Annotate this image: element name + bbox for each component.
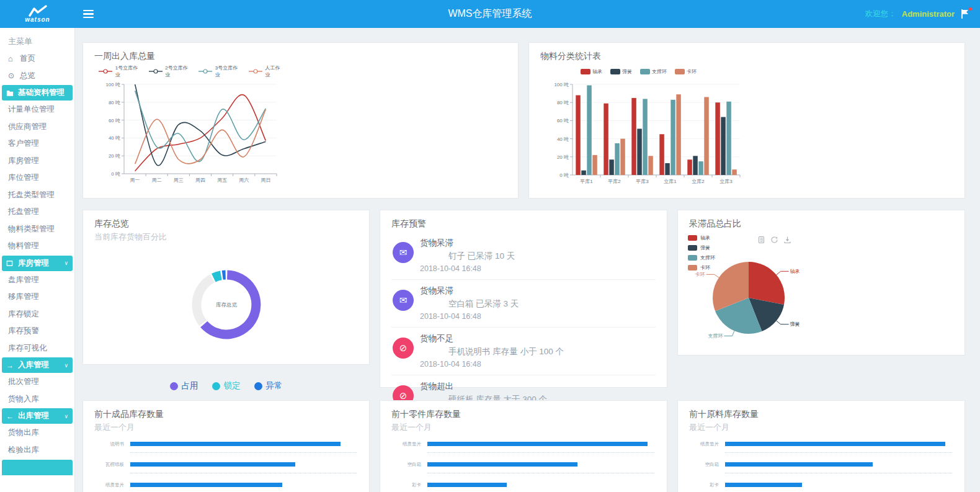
sidebar-item-供应商管理[interactable]: 供应商管理 bbox=[0, 119, 74, 136]
hbar-gridline bbox=[130, 473, 357, 473]
hbar-gridline bbox=[427, 452, 654, 453]
sidebar-item-基础资料管理[interactable]: 基础资料管理 bbox=[2, 85, 73, 101]
sidebar-item-盘库管理[interactable]: 盘库管理 bbox=[0, 272, 74, 289]
sidebar-item-partial[interactable] bbox=[2, 460, 73, 475]
hbar-value bbox=[725, 462, 873, 467]
arrow-right-icon: → bbox=[6, 361, 16, 370]
panel-title: 库存总览 bbox=[83, 210, 369, 230]
legend-item-锁定[interactable]: 锁定 bbox=[212, 380, 241, 391]
legend-marker bbox=[610, 69, 620, 74]
hbar-label: 瓦楞纸板 bbox=[92, 462, 124, 468]
alert-item[interactable]: ✉货物呆滞钉子 已呆滞 10 天2018-10-04 16:48 bbox=[391, 232, 656, 280]
svg-text:立库3: 立库3 bbox=[719, 179, 733, 184]
svg-text:80 吨: 80 吨 bbox=[557, 100, 569, 105]
hbar-row-彩卡: 彩卡 bbox=[389, 481, 654, 492]
sidebar-item-货物出库[interactable]: 货物出库 bbox=[0, 424, 74, 442]
sidebar-item-label: 物料管理 bbox=[8, 241, 39, 251]
sidebar-item-label: 客户管理 bbox=[8, 138, 39, 149]
hbar-row-纸质垫片: 纸质垫片 bbox=[687, 441, 952, 461]
sidebar-item-总览[interactable]: ⊙总览 bbox=[0, 68, 74, 85]
svg-text:0 吨: 0 吨 bbox=[559, 172, 569, 178]
sidebar-item-检验出库[interactable]: 检验出库 bbox=[0, 442, 74, 459]
sidebar-item-label: 库存可视化 bbox=[8, 343, 47, 354]
data-view-icon[interactable] bbox=[757, 236, 765, 244]
panel-title: 前十零件库存数量 bbox=[380, 401, 667, 420]
legend-item-异常[interactable]: 异常 bbox=[254, 380, 283, 391]
chevron-down-icon: ∨ bbox=[64, 362, 68, 369]
hbar-gridline bbox=[725, 473, 952, 473]
app-title: WMS仓库管理系统 bbox=[0, 7, 980, 20]
sidebar-item-库房管理[interactable]: 库房管理 bbox=[0, 153, 74, 170]
sidebar-item-移库管理[interactable]: 移库管理 bbox=[0, 288, 74, 306]
material-chart-legend: 轴承弹簧支撑环卡环 bbox=[541, 66, 734, 77]
hbar-label: 空白箱 bbox=[687, 462, 719, 468]
panel-subtitle: 当前库存货物百分比 bbox=[83, 230, 369, 243]
sidebar-item-托盘管理[interactable]: 托盘管理 bbox=[0, 204, 74, 221]
legend-item-弹簧[interactable]: 弹簧 bbox=[608, 68, 632, 75]
legend-label: 锁定 bbox=[224, 380, 241, 391]
hbar-track bbox=[130, 442, 357, 446]
legend-item-1号立库作业[interactable]: 1号立库作业 bbox=[99, 65, 143, 78]
current-user[interactable]: Administrator bbox=[902, 9, 955, 19]
hbar-value bbox=[130, 462, 295, 467]
legend-item-轴承[interactable]: 轴承 bbox=[579, 68, 602, 75]
sidebar-item-label: 基础资料管理 bbox=[18, 87, 65, 98]
panel-title: 呆滞品总占比 bbox=[678, 210, 964, 230]
svg-text:0 吨: 0 吨 bbox=[111, 171, 120, 177]
panel-title: 一周出入库总量 bbox=[83, 43, 518, 62]
sidebar-item-批次管理[interactable]: 批次管理 bbox=[0, 373, 74, 391]
sidebar-item-物料类型管理[interactable]: 物料类型管理 bbox=[0, 221, 74, 238]
chevron-down-icon: ∨ bbox=[64, 413, 68, 419]
notification-flag-icon[interactable] bbox=[960, 9, 971, 20]
hbar-track bbox=[427, 442, 654, 446]
legend-item-卡环[interactable]: 卡环 bbox=[673, 68, 697, 75]
alert-item[interactable]: ✉货物呆滞空白箱 已呆滞 3 天2018-10-04 16:48 bbox=[391, 280, 656, 328]
hbar-label: 纸质垫片 bbox=[92, 482, 124, 488]
hbar-label: 纸质垫片 bbox=[389, 441, 421, 447]
alert-item[interactable]: ⊘货物不足手机说明书 库存量 小于 100 个2018-10-04 16:48 bbox=[391, 328, 656, 375]
legend-label: 卡环 bbox=[687, 68, 697, 75]
panel-subtitle: 最近一个月 bbox=[83, 420, 369, 433]
sidebar-item-库房管理[interactable]: 库房管理∨ bbox=[2, 256, 73, 271]
sidebar-item-出库管理[interactable]: ←出库管理∨ bbox=[2, 408, 73, 424]
legend-item-2号立库作业[interactable]: 2号立库作业 bbox=[149, 65, 193, 78]
legend-item-轴承[interactable]: 轴承 bbox=[688, 235, 715, 241]
legend-item-占用[interactable]: 占用 bbox=[170, 380, 198, 391]
legend-label: 轴承 bbox=[592, 68, 602, 75]
sidebar-item-物料管理[interactable]: 物料管理 bbox=[0, 238, 74, 255]
sidebar-item-计量单位管理[interactable]: 计量单位管理 bbox=[0, 101, 74, 119]
panel-subtitle: 最近一个月 bbox=[678, 420, 964, 433]
panel-title: 前十原料库存数量 bbox=[678, 401, 964, 420]
sidebar-item-库位管理[interactable]: 库位管理 bbox=[0, 169, 74, 187]
sidebar-item-label: 入库管理 bbox=[18, 360, 49, 370]
svg-text:周四: 周四 bbox=[195, 177, 205, 183]
sidebar-item-入库管理[interactable]: →入库管理∨ bbox=[2, 357, 73, 373]
overview-icon: ⊙ bbox=[8, 71, 18, 80]
svg-text:平库2: 平库2 bbox=[608, 179, 621, 184]
sidebar-item-label: 货物出库 bbox=[8, 427, 39, 438]
sidebar-item-库存锁定[interactable]: 库存锁定 bbox=[0, 306, 74, 323]
legend-item-支撑环[interactable]: 支撑环 bbox=[638, 68, 667, 75]
restore-icon[interactable] bbox=[770, 236, 778, 244]
panel-top-finished-stock: 前十成品库存数量 最近一个月 说明书瓦楞纸板纸质垫片空白箱 bbox=[82, 400, 370, 492]
svg-text:60 吨: 60 吨 bbox=[557, 118, 569, 123]
svg-text:周二: 周二 bbox=[152, 177, 162, 183]
sidebar-item-首页[interactable]: ⌂首页 bbox=[0, 50, 74, 68]
legend-item-3号立库作业[interactable]: 3号立库作业 bbox=[198, 65, 243, 78]
panel-top-raw-stock: 前十原料库存数量 最近一个月 纸质垫片空白箱彩卡说明书 bbox=[677, 400, 965, 492]
legend-label: 轴承 bbox=[700, 235, 710, 241]
sidebar-item-库存可视化[interactable]: 库存可视化 bbox=[0, 340, 74, 357]
svg-text:轴承: 轴承 bbox=[790, 269, 800, 274]
sidebar-item-货物入库[interactable]: 货物入库 bbox=[0, 391, 74, 408]
sidebar-item-库存预警[interactable]: 库存预警 bbox=[0, 323, 74, 340]
legend-marker bbox=[254, 382, 262, 390]
legend-label: 支撑环 bbox=[652, 68, 667, 75]
sidebar-item-客户管理[interactable]: 客户管理 bbox=[0, 135, 74, 153]
panel-weekly-in-out-total: 一周出入库总量 1号立库作业2号立库作业3号立库作业人工作业 0 吨20 吨40… bbox=[82, 42, 519, 199]
sidebar-item-托盘类型管理[interactable]: 托盘类型管理 bbox=[0, 187, 74, 204]
sidebar: 主菜单 ⌂首页⊙总览基础资料管理计量单位管理供应商管理客户管理库房管理库位管理托… bbox=[0, 28, 75, 492]
sidebar-item-label: 库存预警 bbox=[8, 326, 39, 336]
legend-item-人工作业[interactable]: 人工作业 bbox=[249, 65, 285, 78]
download-icon[interactable] bbox=[783, 236, 791, 244]
svg-text:100 吨: 100 吨 bbox=[554, 82, 569, 87]
